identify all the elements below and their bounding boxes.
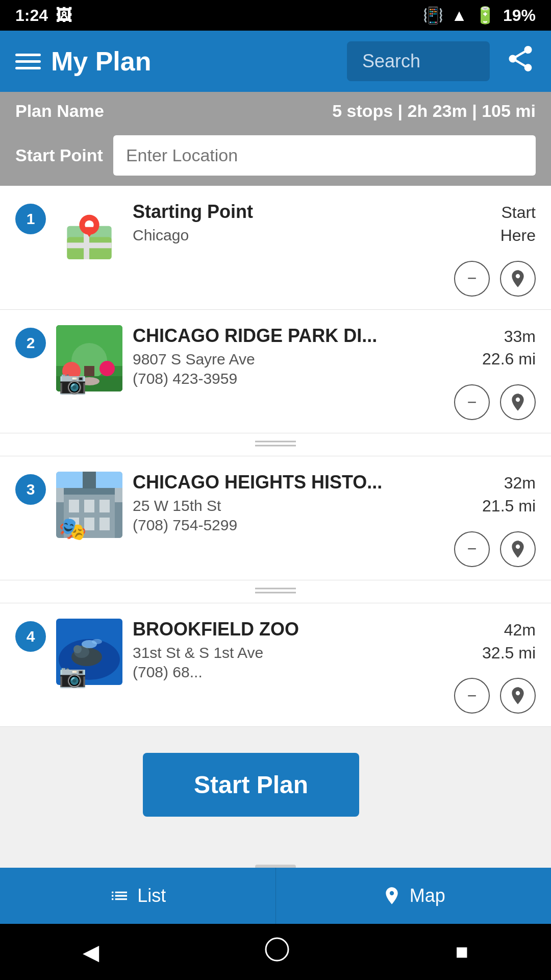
stop-number-4: 4 [15,621,46,652]
search-input[interactable] [347,41,490,81]
svg-rect-26 [99,518,110,530]
start-point-label: Start Point [15,145,103,165]
stop-number-1: 1 [15,204,46,234]
page-title: My Plan [51,46,337,77]
stop-action-icons-4: − [454,678,536,714]
svg-rect-23 [99,500,110,512]
stop-action-icons-3: − [454,531,536,567]
category-icon-4: 📷 [59,663,87,689]
svg-point-39 [92,639,102,644]
android-nav: ◀ ■ [0,924,551,980]
svg-rect-22 [84,500,94,512]
svg-point-40 [266,938,288,961]
stop-info-3: CHICAGO HEIGHTS HISTO... 25 W 15th St (7… [133,472,444,549]
remove-stop-3-button[interactable]: − [454,531,490,567]
stop-phone-4: (708) 68... [133,664,444,681]
start-plan-button[interactable]: Start Plan [143,753,359,817]
category-icon-3: 🎭 [59,516,87,542]
remove-stop-2-button[interactable]: − [454,384,490,420]
wifi-icon: ▲ [451,6,467,25]
plan-stats: 5 stops | 2h 23m | 105 mi [332,101,536,121]
list-tab-label: List [137,885,166,906]
svg-rect-3 [67,242,111,248]
map-icon-1 [56,201,122,267]
start-plan-overlay: Start Plan [143,753,359,817]
home-button[interactable] [264,937,290,967]
stop-actions-1: StartHere − [454,201,536,297]
status-left: 1:24 🖼 [15,6,72,25]
stop-phone-3: (708) 754-5299 [133,517,444,534]
stop-item-4: 4 📷 BROOKFIELD ZOO 31st St & S 1st Ave (… [0,603,551,727]
plan-info-bar: Plan Name 5 stops | 2h 23m | 105 mi [0,92,551,130]
start-here-text: StartHere [500,201,536,247]
battery-percent: 19% [503,6,536,25]
battery-icon: 🔋 [475,6,495,25]
remove-stop-1-button[interactable]: − [454,261,490,297]
stop-action-icons-1: − [454,261,536,297]
stop-info-2: CHICAGO RIDGE PARK DI... 9807 S Sayre Av… [133,325,444,403]
stop-name-1: Starting Point [133,201,444,223]
stop-item-1: 1 Starting Point Chicago StartHere − [0,186,551,310]
stop-name-3: CHICAGO HEIGHTS HISTO... [133,472,444,493]
list-tab[interactable]: List [0,868,276,924]
share-button[interactable] [505,43,536,80]
category-icon-2: 📷 [59,369,87,396]
status-right: 📳 ▲ 🔋 19% [423,6,536,25]
stop-time-dist-2: 33m22.6 mi [482,325,536,371]
status-bar: 1:24 🖼 📳 ▲ 🔋 19% [0,0,551,31]
start-point-bar: Start Point [0,130,551,186]
vibrate-icon: 📳 [423,6,443,25]
back-button[interactable]: ◀ [83,940,99,965]
map-tab-label: Map [410,885,445,906]
navigate-stop-4-button[interactable] [500,678,536,714]
svg-rect-21 [69,500,79,512]
stop-phone-2: (708) 423-3959 [133,370,444,387]
stop-address-4: 31st St & S 1st Ave [133,644,444,662]
map-tab[interactable]: Map [276,868,552,924]
header: My Plan [0,31,551,92]
stop-name-2: CHICAGO RIDGE PARK DI... [133,325,444,347]
stop-actions-4: 42m32.5 mi − [454,619,536,714]
photo-icon: 🖼 [56,6,72,25]
start-point-input[interactable] [113,135,536,176]
stop-address-2: 9807 S Sayre Ave [133,351,444,368]
navigate-stop-2-button[interactable] [500,384,536,420]
stop-actions-3: 32m21.5 mi − [454,472,536,567]
stop-info-1: Starting Point Chicago [133,201,444,246]
stop-item-3: 3 🎭 [0,456,551,580]
bottom-nav: List Map [0,868,551,924]
stop-number-2: 2 [15,328,46,358]
stop-number-3: 3 [15,474,46,505]
stop-info-4: BROOKFIELD ZOO 31st St & S 1st Ave (708)… [133,619,444,696]
stop-time-dist-3: 32m21.5 mi [482,472,536,518]
status-time: 1:24 [15,6,48,25]
plan-name-label: Plan Name [15,101,104,121]
svg-point-12 [99,361,115,376]
stop-name-4: BROOKFIELD ZOO [133,619,444,640]
navigate-stop-3-button[interactable] [500,531,536,567]
stop-address-3: 25 W 15th St [133,497,444,514]
svg-rect-30 [83,472,96,488]
stop-time-dist-4: 42m32.5 mi [482,619,536,665]
stop-item-2: 2 📷 CHICAGO RIDGE PARK DI... 9807 S Sayr… [0,310,551,434]
stop-action-icons-2: − [454,384,536,420]
svg-point-37 [73,645,82,653]
stop-actions-2: 33m22.6 mi − [454,325,536,421]
navigate-stop-1-button[interactable] [500,261,536,297]
stop-address-1: Chicago [133,227,444,244]
recent-button[interactable]: ■ [456,940,468,964]
menu-button[interactable] [15,54,41,69]
drag-handle-2 [0,433,551,456]
remove-stop-4-button[interactable]: − [454,678,490,714]
drag-handle-3 [0,580,551,603]
